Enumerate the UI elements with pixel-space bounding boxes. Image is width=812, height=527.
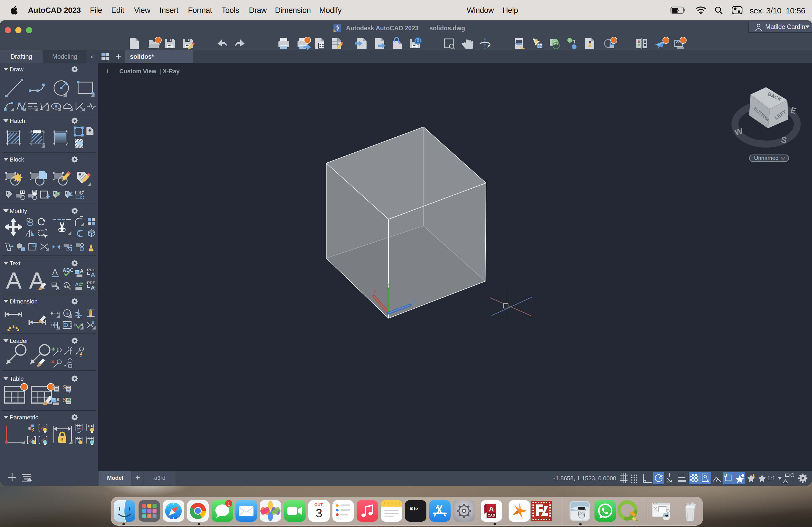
- svg-text:A: A: [65, 283, 68, 288]
- svg-text:Modify: Modify: [10, 208, 27, 214]
- svg-text:Block: Block: [10, 156, 25, 163]
- svg-text:tv: tv: [414, 506, 418, 511]
- svg-text:Unnamed: Unnamed: [754, 155, 779, 161]
- svg-text:Parametric: Parametric: [10, 414, 38, 421]
- svg-text:A: A: [6, 267, 22, 294]
- svg-text:X: X: [91, 320, 95, 326]
- svg-text:Hatch: Hatch: [10, 118, 25, 124]
- svg-text:Y: Y: [387, 281, 391, 288]
- svg-text:X: X: [373, 288, 377, 295]
- svg-text:A: A: [52, 267, 58, 277]
- svg-text:A: A: [56, 285, 60, 291]
- svg-text:A: A: [56, 397, 60, 403]
- svg-text:A: A: [91, 271, 95, 278]
- svg-text:ABC: ABC: [62, 267, 74, 273]
- svg-text:A: A: [80, 268, 84, 274]
- svg-text:A: A: [489, 505, 494, 513]
- svg-text:1: 1: [227, 501, 230, 507]
- svg-text:OUT.: OUT.: [315, 502, 323, 507]
- svg-text:3: 3: [316, 507, 322, 520]
- svg-text:Dimension: Dimension: [10, 298, 38, 305]
- svg-text:A: A: [75, 282, 79, 287]
- svg-text:CAD: CAD: [488, 513, 495, 517]
- svg-text:Leader: Leader: [10, 337, 28, 344]
- svg-text:Z: Z: [412, 297, 415, 304]
- svg-text:A: A: [29, 267, 45, 294]
- svg-text:W: W: [734, 126, 744, 137]
- svg-text:Table: Table: [10, 375, 24, 382]
- svg-text:PDF: PDF: [87, 281, 95, 285]
- svg-text:S: S: [780, 135, 788, 145]
- svg-text:1:1: 1:1: [767, 475, 775, 482]
- svg-text:.1: .1: [68, 322, 72, 328]
- svg-text:Draw: Draw: [10, 66, 23, 73]
- svg-text:Text: Text: [10, 260, 20, 267]
